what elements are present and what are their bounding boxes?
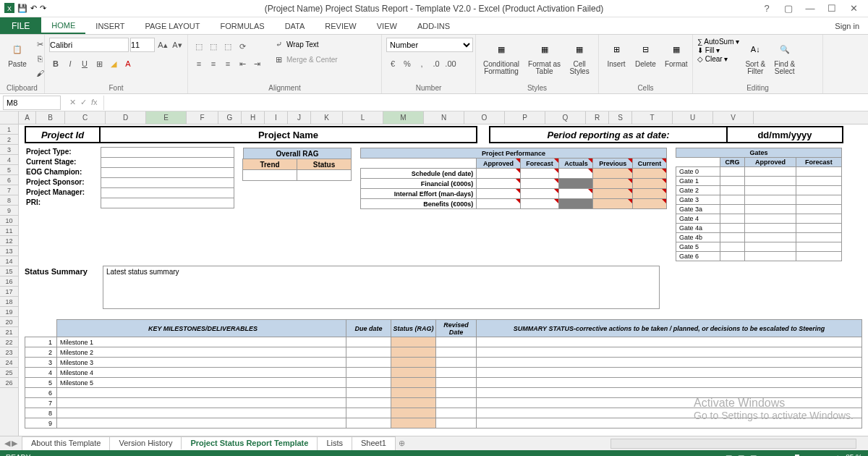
- milestone-summary[interactable]: [477, 358, 862, 368]
- zoom-out-icon[interactable]: −: [762, 454, 767, 457]
- sheet-tab[interactable]: Version History: [109, 436, 182, 450]
- row-header-18[interactable]: 18: [0, 297, 18, 307]
- tab-review[interactable]: REVIEW: [315, 17, 366, 34]
- rag-trend-value[interactable]: [242, 169, 297, 181]
- maximize-icon[interactable]: ☐: [823, 3, 841, 14]
- paste-button[interactable]: 📋 Paste: [4, 38, 30, 69]
- gate-cell[interactable]: [745, 224, 796, 233]
- milestone-summary[interactable]: [477, 408, 862, 418]
- perf-cell[interactable]: [593, 169, 633, 179]
- increase-decimal-icon[interactable]: .0: [430, 57, 443, 70]
- milestone-name[interactable]: Milestone 1: [57, 337, 346, 347]
- milestone-name[interactable]: Milestone 4: [57, 368, 346, 378]
- view-layout-icon[interactable]: ▤: [738, 454, 744, 457]
- milestone-rag[interactable]: [391, 347, 436, 358]
- perf-cell[interactable]: [477, 169, 520, 179]
- merge-center-button[interactable]: Merge & Center: [286, 56, 338, 64]
- gate-cell[interactable]: [720, 214, 744, 224]
- col-header-B[interactable]: B: [36, 111, 65, 124]
- col-header-E[interactable]: E: [146, 111, 187, 124]
- rag-status-value[interactable]: [297, 169, 352, 181]
- tab-view[interactable]: VIEW: [367, 17, 407, 34]
- row-header-9[interactable]: 9: [0, 206, 18, 216]
- gate-cell[interactable]: [796, 233, 841, 242]
- orientation-icon[interactable]: ⟳: [236, 40, 249, 53]
- milestone-summary[interactable]: [477, 368, 862, 378]
- col-header-L[interactable]: L: [343, 111, 383, 124]
- col-header-N[interactable]: N: [424, 111, 464, 124]
- tab-formulas[interactable]: FORMULAS: [210, 17, 275, 34]
- gate-cell[interactable]: [720, 224, 744, 233]
- perf-cell[interactable]: [559, 179, 593, 189]
- gate-cell[interactable]: [796, 242, 841, 252]
- gate-cell[interactable]: [796, 214, 841, 224]
- row-header-3[interactable]: 3: [0, 145, 18, 155]
- milestone-due[interactable]: [346, 368, 391, 378]
- perf-cell[interactable]: [477, 189, 520, 199]
- milestone-rag[interactable]: [391, 408, 436, 418]
- perf-cell[interactable]: [520, 189, 559, 199]
- row-header-1[interactable]: 1: [0, 124, 18, 135]
- row-header-20[interactable]: 20: [0, 317, 18, 327]
- format-as-table-button[interactable]: ▦Format as Table: [525, 38, 563, 77]
- gate-cell[interactable]: [720, 186, 744, 195]
- date-header[interactable]: dd/mm/yyyy: [726, 126, 843, 143]
- milestone-name[interactable]: Milestone 5: [57, 378, 346, 388]
- tab-home[interactable]: HOME: [41, 17, 85, 34]
- milestone-summary[interactable]: [477, 398, 862, 408]
- perf-cell[interactable]: [477, 179, 520, 189]
- period-header[interactable]: Period reporting as at date:: [489, 126, 728, 143]
- gate-cell[interactable]: [796, 186, 841, 195]
- milestone-summary[interactable]: [477, 418, 862, 428]
- gate-cell[interactable]: [796, 177, 841, 186]
- perf-cell[interactable]: [559, 199, 593, 209]
- fill-color-button[interactable]: ◢: [107, 57, 120, 70]
- perf-cell[interactable]: [633, 199, 667, 209]
- perf-cell[interactable]: [593, 199, 633, 209]
- zoom-in-icon[interactable]: +: [835, 454, 840, 457]
- milestone-due[interactable]: [346, 358, 391, 368]
- cancel-formula-icon[interactable]: ✕: [69, 98, 76, 107]
- col-header-O[interactable]: O: [464, 111, 505, 124]
- col-header-C[interactable]: C: [65, 111, 106, 124]
- milestone-rag[interactable]: [391, 368, 436, 378]
- row-header-25[interactable]: 25: [0, 368, 18, 378]
- row-header-14[interactable]: 14: [0, 256, 18, 266]
- increase-indent-icon[interactable]: ⇥: [250, 57, 263, 70]
- row-header-8[interactable]: 8: [0, 195, 18, 206]
- horizontal-scrollbar[interactable]: [610, 439, 856, 449]
- save-icon[interactable]: 💾: [17, 4, 27, 13]
- gate-cell[interactable]: [720, 167, 744, 177]
- file-tab[interactable]: FILE: [0, 17, 41, 34]
- col-header-M[interactable]: M: [383, 111, 424, 124]
- decrease-decimal-icon[interactable]: .00: [444, 57, 457, 70]
- row-header-24[interactable]: 24: [0, 358, 18, 368]
- row-header-5[interactable]: 5: [0, 165, 18, 175]
- milestone-rag[interactable]: [391, 418, 436, 428]
- milestone-due[interactable]: [346, 408, 391, 418]
- perf-cell[interactable]: [633, 179, 667, 189]
- worksheet-area[interactable]: ABCDEFGHIJKLMNOPQRSTUV 12345678910111213…: [0, 111, 868, 436]
- decrease-font-icon[interactable]: A▾: [171, 38, 184, 51]
- field-value[interactable]: [101, 167, 234, 178]
- row-header-4[interactable]: 4: [0, 155, 18, 165]
- format-cells-button[interactable]: ▦Format: [662, 38, 691, 69]
- col-header-V[interactable]: V: [713, 111, 754, 124]
- perf-cell[interactable]: [593, 179, 633, 189]
- new-sheet-button[interactable]: ⊕: [395, 439, 409, 448]
- gate-cell[interactable]: [796, 224, 841, 233]
- field-value[interactable]: [101, 157, 234, 168]
- perf-cell[interactable]: [559, 189, 593, 199]
- grid[interactable]: Project Id Project Name Period reporting…: [19, 124, 868, 436]
- gate-cell[interactable]: [796, 252, 841, 261]
- col-header-S[interactable]: S: [609, 111, 632, 124]
- font-size-input[interactable]: [130, 38, 155, 52]
- milestone-summary[interactable]: [477, 388, 862, 398]
- row-header-15[interactable]: 15: [0, 266, 18, 276]
- tab-nav-prev-icon[interactable]: ◀: [4, 439, 10, 448]
- row-header-10[interactable]: 10: [0, 216, 18, 226]
- gate-cell[interactable]: [745, 167, 796, 177]
- tab-insert[interactable]: INSERT: [85, 17, 135, 34]
- row-header-22[interactable]: 22: [0, 337, 18, 347]
- row-header-6[interactable]: 6: [0, 175, 18, 185]
